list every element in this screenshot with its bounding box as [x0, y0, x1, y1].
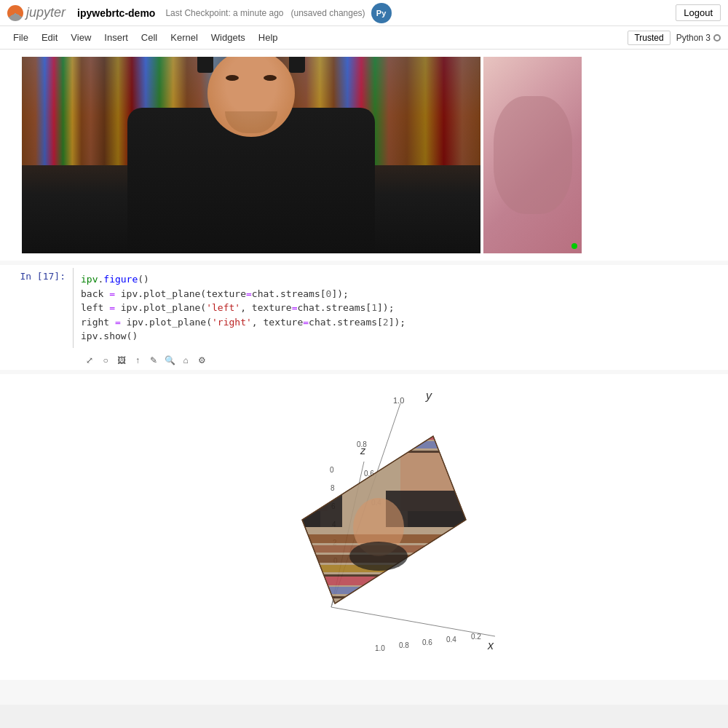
svg-text:1.0: 1.0 — [375, 644, 385, 652]
svg-text:0.8: 0.8 — [357, 440, 367, 448]
menu-widgets[interactable]: Widgets — [205, 30, 251, 45]
svg-point-34 — [349, 542, 408, 571]
menu-view[interactable]: View — [65, 30, 97, 45]
toolbar-edit-icon[interactable]: ✎ — [147, 354, 160, 367]
right-eye — [264, 75, 277, 81]
python-icon: Py — [371, 3, 392, 23]
code-line-5: ipv.show() — [81, 329, 721, 344]
toolbar-search-icon[interactable]: 🔍 — [163, 354, 176, 367]
toolbar-spacer — [7, 354, 80, 367]
main-video — [22, 57, 480, 253]
toolbar-settings-icon[interactable]: ⚙ — [195, 354, 208, 367]
code-line-2: back = ipv.plot_plane(texture=chat.strea… — [81, 287, 721, 301]
side-video — [483, 57, 582, 253]
code-cell: In [17]: ipv.figure() back = ipv.plot_pl… — [0, 265, 728, 370]
menu-insert[interactable]: Insert — [98, 30, 134, 45]
cell-toolbar: ⤢ ○ 🖼 ↑ ✎ 🔍 ⌂ ⚙ — [0, 351, 728, 370]
svg-text:0.4: 0.4 — [446, 636, 456, 644]
plot-container: y 1.0 x z 1.0 0.8 0.6 0.4 0.2 0. — [218, 381, 510, 658]
notebook-title: ipywebrtc-demo — [77, 7, 155, 19]
beard — [225, 111, 277, 133]
jupyter-wordmark: jupyter — [26, 5, 66, 20]
toolbar-resize-icon[interactable]: ⤢ — [83, 354, 96, 367]
menu-cell[interactable]: Cell — [135, 30, 163, 45]
trusted-badge[interactable]: Trusted — [628, 31, 670, 45]
headphone-right — [289, 57, 305, 73]
svg-line-2 — [331, 607, 495, 636]
top-bar: jupyter ipywebrtc-demo Last Checkpoint: … — [0, 0, 728, 26]
svg-text:1.0: 1.0 — [393, 396, 404, 405]
svg-text:0: 0 — [330, 466, 334, 474]
svg-text:0.6: 0.6 — [422, 638, 432, 646]
headphone-left — [197, 57, 213, 73]
code-line-3: left = ipv.plot_plane('left', texture=ch… — [81, 301, 721, 315]
cell-code[interactable]: ipv.figure() back = ipv.plot_plane(textu… — [73, 268, 728, 348]
toolbar-circle-icon[interactable]: ○ — [99, 354, 112, 367]
cell-label: In [17]: — [0, 268, 73, 282]
jupyter-logo: jupyter — [7, 5, 66, 21]
menu-help[interactable]: Help — [253, 30, 284, 45]
plot-svg: y 1.0 x z 1.0 0.8 0.6 0.4 0.2 0. — [218, 381, 510, 673]
plot-section: y 1.0 x z 1.0 0.8 0.6 0.4 0.2 0. — [0, 374, 728, 680]
side-video-content — [483, 57, 582, 253]
jupyter-icon — [7, 5, 23, 21]
video-section — [0, 50, 728, 261]
left-eye — [226, 75, 239, 81]
x-axis-label-svg: x — [487, 639, 494, 652]
menu-kernel[interactable]: Kernel — [165, 30, 204, 45]
svg-text:8: 8 — [331, 484, 335, 492]
y-axis-label: y — [425, 389, 432, 402]
video-status-indicator — [571, 243, 577, 249]
code-line-4: right = ipv.plot_plane('right', texture=… — [81, 315, 721, 330]
side-video-shape — [494, 96, 572, 214]
logout-button[interactable]: Logout — [676, 4, 721, 21]
code-line-1: ipv.figure() — [81, 272, 721, 287]
notebook-container: In [17]: ipv.figure() back = ipv.plot_pl… — [0, 50, 728, 705]
toolbar-up-icon[interactable]: ↑ — [131, 354, 144, 367]
kernel-status-dot — [713, 34, 721, 41]
toolbar-home-icon[interactable]: ⌂ — [179, 354, 192, 367]
svg-text:0.2: 0.2 — [471, 633, 481, 641]
kernel-info: Python 3 — [676, 33, 721, 43]
menu-file[interactable]: File — [7, 30, 34, 45]
main-video-content — [22, 57, 480, 253]
checkpoint-info: Last Checkpoint: a minute ago (unsaved c… — [165, 8, 365, 18]
menu-bar: File Edit View Insert Cell Kernel Widget… — [0, 26, 728, 50]
toolbar-image-icon[interactable]: 🖼 — [115, 354, 128, 367]
cell-row: In [17]: ipv.figure() back = ipv.plot_pl… — [0, 265, 728, 351]
menu-edit[interactable]: Edit — [36, 30, 63, 45]
svg-text:0.8: 0.8 — [399, 641, 409, 649]
